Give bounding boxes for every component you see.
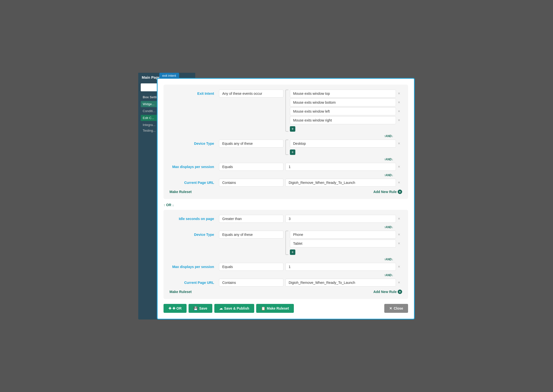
make-ruleset-label: Make Ruleset <box>267 306 289 310</box>
close-button[interactable]: ✕ Close <box>384 304 408 313</box>
or-separator: ↑ OR ↓ <box>164 203 408 207</box>
and-separator-5: ↑AND↓ <box>169 257 402 261</box>
connector-line <box>285 140 288 155</box>
device-type-2-value-phone[interactable] <box>290 231 396 239</box>
exit-intent-operator-input[interactable] <box>219 90 283 98</box>
rule-label-max-displays-2: Max displays per session <box>169 263 219 269</box>
rule-label-device-type: Device Type <box>169 140 219 146</box>
exit-intent-value-1[interactable] <box>290 90 396 98</box>
add-new-rule-link-1[interactable]: Add New Rule + <box>373 190 402 194</box>
rule-label-device-type-2: Device Type <box>169 231 219 237</box>
current-page-url-value-input[interactable] <box>285 179 396 187</box>
modal-toolbar: ✚ ✚ OR 💾 Save ☁ Save & Publish 📋 Make Ru… <box>164 304 408 313</box>
modal-container: Exit Intent × <box>157 78 415 319</box>
remove-value-btn[interactable]: × <box>396 92 402 96</box>
add-new-rule-link-2[interactable]: Add New Rule + <box>373 290 402 294</box>
remove-rule-btn[interactable]: × <box>396 165 402 169</box>
make-ruleset-link-1[interactable]: Make Ruleset <box>169 190 192 194</box>
max-displays-value-input[interactable] <box>285 163 396 171</box>
save-button[interactable]: 💾 Save <box>189 304 212 313</box>
close-icon: ✕ <box>389 306 392 310</box>
exit-intent-values: × × × <box>285 90 402 132</box>
idle-seconds-operator-input[interactable] <box>219 215 283 223</box>
ruleset-2-footer: Make Ruleset Add New Rule + <box>169 290 402 294</box>
remove-value-btn[interactable]: × <box>396 100 402 104</box>
remove-value-btn[interactable]: × <box>396 233 402 237</box>
value-row: × <box>290 98 402 106</box>
device-type-2-values: × × + <box>285 231 402 255</box>
remove-rule-btn[interactable]: × <box>396 281 402 285</box>
idle-seconds-value-input[interactable] <box>285 215 396 223</box>
current-page-url-2-operator-input[interactable] <box>219 279 283 287</box>
and-label: ↑AND↓ <box>384 273 393 277</box>
rule-current-page-url-1: Current Page URL × <box>169 179 402 187</box>
device-type-values: × + <box>285 140 402 155</box>
add-new-rule-icon-1: + <box>398 190 402 194</box>
device-type-value-1[interactable] <box>290 140 396 147</box>
current-page-url-2-value-container: × <box>285 279 402 287</box>
current-page-url-2-value-input[interactable] <box>285 279 396 287</box>
and-separator-1: ↑AND↓ <box>169 134 402 138</box>
add-value-btn[interactable]: + <box>290 126 295 132</box>
rule-label-current-page-url: Current Page URL <box>169 179 219 185</box>
device-type-2-operator-input[interactable] <box>219 231 283 239</box>
remove-rule-btn[interactable]: × <box>396 265 402 269</box>
rule-current-page-url-2: Current Page URL × <box>169 279 402 287</box>
make-ruleset-button[interactable]: 📋 Make Ruleset <box>256 304 294 313</box>
exit-intent-value-4[interactable] <box>290 116 396 124</box>
remove-value-btn[interactable]: × <box>396 118 402 122</box>
connector-values: × × + <box>290 231 402 255</box>
make-ruleset-link-2[interactable]: Make Ruleset <box>169 290 192 294</box>
exit-intent-value-3[interactable] <box>290 107 396 115</box>
and-label: ↑AND↓ <box>384 173 393 177</box>
and-label: ↑AND↓ <box>384 158 393 161</box>
rule-label-max-displays: Max displays per session <box>169 163 219 169</box>
rule-idle-seconds: Idle seconds on page × <box>169 215 402 223</box>
rule-device-type-2: Device Type × <box>169 231 402 255</box>
value-row: × <box>290 90 402 98</box>
rule-operator-device-type[interactable] <box>219 140 283 147</box>
remove-value-btn[interactable]: × <box>396 142 402 146</box>
add-value-btn[interactable]: + <box>290 249 295 255</box>
current-page-url-operator-input[interactable] <box>219 179 283 187</box>
max-displays-2-value-input[interactable] <box>285 263 396 271</box>
rule-label-current-page-url-2: Current Page URL <box>169 279 219 285</box>
add-value-btn[interactable]: + <box>290 149 295 155</box>
value-row: × <box>290 116 402 124</box>
and-separator-4: ↑AND↓ <box>169 225 402 229</box>
ruleset-2: Idle seconds on page × ↑AND↓ Device Type <box>164 210 408 299</box>
publish-icon: ☁ <box>219 306 223 310</box>
max-displays-operator-input[interactable] <box>219 163 283 171</box>
rule-operator-max-displays[interactable] <box>219 163 283 171</box>
connector-values: × × × <box>290 90 402 132</box>
remove-rule-btn[interactable]: × <box>396 181 402 185</box>
save-label: Save <box>199 306 207 310</box>
remove-value-btn[interactable]: × <box>396 242 402 245</box>
and-separator-6: ↑AND↓ <box>169 273 402 277</box>
rule-operator-device-type-2[interactable] <box>219 231 283 239</box>
remove-value-btn[interactable]: × <box>396 109 402 113</box>
rule-operator-current-page-url-2[interactable] <box>219 279 283 287</box>
max-displays-2-operator-input[interactable] <box>219 263 283 271</box>
add-new-rule-label-2: Add New Rule <box>373 290 397 294</box>
connector-values: × + <box>290 140 402 155</box>
ruleset-1: Exit Intent × <box>164 85 408 199</box>
rule-device-type-1: Device Type × <box>169 140 402 155</box>
or-button[interactable]: ✚ ✚ OR <box>164 304 187 313</box>
device-type-2-value-tablet[interactable] <box>290 240 396 247</box>
exit-intent-value-2[interactable] <box>290 98 396 106</box>
rule-operator-exit-intent[interactable] <box>219 90 283 98</box>
and-label: ↑AND↓ <box>384 134 393 138</box>
rule-operator-idle-seconds[interactable] <box>219 215 283 223</box>
rule-max-displays-2: Max displays per session × <box>169 263 402 271</box>
connector-line <box>285 90 288 132</box>
and-label: ↑AND↓ <box>384 225 393 229</box>
rule-operator-max-displays-2[interactable] <box>219 263 283 271</box>
add-new-rule-label-1: Add New Rule <box>373 190 397 194</box>
or-label: ✚ OR <box>172 306 182 310</box>
close-label: Close <box>394 306 403 310</box>
remove-rule-btn[interactable]: × <box>396 217 402 221</box>
device-type-operator-input[interactable] <box>219 140 283 147</box>
rule-operator-current-page-url[interactable] <box>219 179 283 187</box>
save-publish-button[interactable]: ☁ Save & Publish <box>214 304 254 313</box>
